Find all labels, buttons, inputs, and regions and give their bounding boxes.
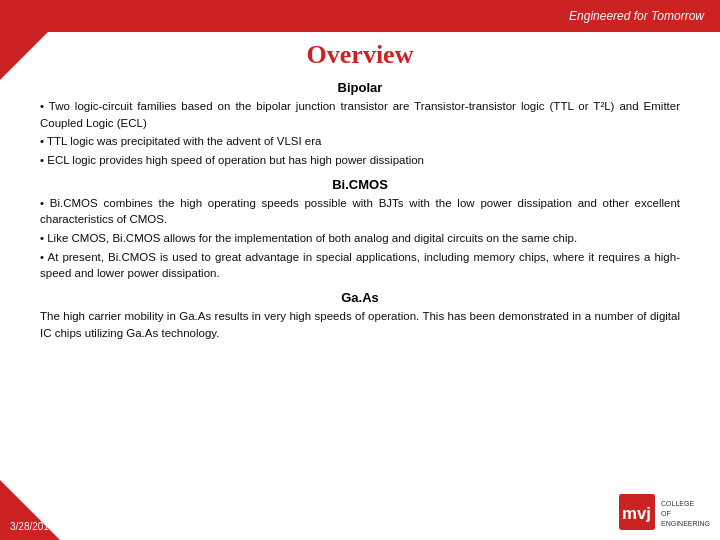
logo-area: mvj COLLEGE OF ENGINEERING (619, 494, 710, 534)
section-heading-bipolar: Bipolar (40, 80, 680, 95)
logo-subtitle: COLLEGE OF ENGINEERING (661, 499, 710, 528)
logo-subtitle-of: OF (661, 510, 671, 517)
logo-subtitle-engineering: ENGINEERING (661, 520, 710, 527)
date-label: 3/28/2018 (10, 521, 55, 532)
section-body-gaas: The high carrier mobility in Ga.As resul… (40, 308, 680, 341)
svg-text:mvj: mvj (622, 504, 651, 523)
top-bar: Engineered for Tomorrow (0, 0, 720, 32)
page-title: Overview (40, 40, 680, 70)
main-content: Overview Bipolar • Two logic-circuit fam… (0, 32, 720, 490)
section-body-bicmos: • Bi.CMOS combines the high operating sp… (40, 195, 680, 282)
logo-text: mvj (619, 494, 655, 534)
section-heading-gaas: Ga.As (40, 290, 680, 305)
logo-icon: mvj (619, 494, 655, 530)
tagline: Engineered for Tomorrow (569, 9, 704, 23)
logo-subtitle-college: COLLEGE (661, 500, 694, 507)
section-body-bipolar: • Two logic-circuit families based on th… (40, 98, 680, 169)
section-heading-bicmos: Bi.CMOS (40, 177, 680, 192)
